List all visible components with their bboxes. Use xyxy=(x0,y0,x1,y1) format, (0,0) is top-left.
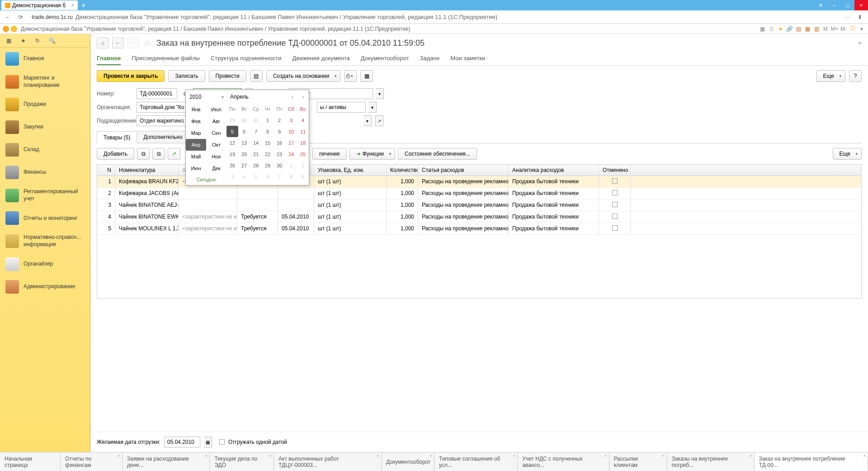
table-row[interactable]: 4Чайник BINATONE EWK-3<характеристики не… xyxy=(97,211,861,223)
calendar-day[interactable]: 4 xyxy=(297,114,309,126)
browser-tab[interactable]: Демонстрационная б × xyxy=(1,0,78,10)
table-more-button[interactable]: Еще xyxy=(833,148,862,160)
calc-icon[interactable]: ▤ xyxy=(795,25,802,33)
forward-button[interactable]: → xyxy=(127,38,139,48)
dropdown-icon[interactable]: ▾ xyxy=(858,25,865,33)
new-tab-button[interactable]: + xyxy=(81,1,85,10)
org-field[interactable] xyxy=(137,102,187,113)
calendar-day[interactable]: 9 xyxy=(274,126,285,137)
calendar-year-selector[interactable]: 2010 xyxy=(186,90,226,104)
calendar-day[interactable]: 25 xyxy=(297,148,309,160)
calendar-icon[interactable]: ▦ xyxy=(804,25,811,33)
calendar-day[interactable]: 20 xyxy=(238,148,250,160)
calendar-month[interactable]: Окт xyxy=(206,139,226,151)
tool-icon[interactable]: ▥ xyxy=(813,25,820,33)
col-expense[interactable]: Статья расходов xyxy=(418,165,509,176)
sidebar-item-warehouse[interactable]: Склад xyxy=(0,138,90,161)
menu-icon[interactable]: ≡ xyxy=(814,0,827,10)
tab-files[interactable]: Присоединенные файлы xyxy=(132,52,200,65)
calendar-day[interactable]: 30 xyxy=(274,160,285,171)
sidebar-item-reference[interactable]: Нормативно-справоч... информация xyxy=(0,229,90,252)
calendar-day[interactable]: 30 xyxy=(238,114,250,126)
calendar-day[interactable]: 15 xyxy=(262,137,274,148)
bottom-tab[interactable]: ×Учет НДС с полученных авансо... xyxy=(518,452,609,471)
add-row-button[interactable]: Добавить xyxy=(97,148,134,160)
sidebar-item-finance[interactable]: Финансы xyxy=(0,161,90,184)
calendar-day[interactable]: 8 xyxy=(262,126,274,137)
m-plus-button[interactable]: M+ xyxy=(831,25,838,33)
minimize-button[interactable]: − xyxy=(827,0,841,10)
print-button[interactable]: ⎙ xyxy=(344,70,357,82)
calendar-day[interactable]: 5 xyxy=(250,171,262,182)
star-icon[interactable]: ★ xyxy=(777,25,784,33)
help-button[interactable]: ? xyxy=(849,70,862,82)
number-field[interactable] xyxy=(137,88,177,99)
ship-date-calendar-button[interactable]: ▦ xyxy=(204,437,212,447)
tab-notes[interactable]: Мои заметки xyxy=(450,52,485,65)
calendar-month[interactable]: Авг xyxy=(206,115,226,127)
bottom-tab[interactable]: ×Отчеты по финансам xyxy=(61,452,123,471)
calendar-day[interactable]: 16 xyxy=(274,137,285,148)
calendar-month[interactable]: Дек xyxy=(206,162,226,174)
sidebar-item-reports[interactable]: Отчеты и мониторинг xyxy=(0,207,90,229)
ship-single-checkbox[interactable] xyxy=(219,439,225,445)
calendar-day[interactable]: 31 xyxy=(250,114,262,126)
calendar-month[interactable]: Май xyxy=(186,151,206,162)
tool-icon[interactable]: 🔗 xyxy=(786,25,793,33)
home-button[interactable]: ⌂ xyxy=(97,38,108,48)
back-button[interactable]: ← xyxy=(4,13,13,22)
post-button[interactable]: Провести xyxy=(209,70,246,82)
nav-forward-icon[interactable]: ▷ xyxy=(843,13,852,22)
download-icon[interactable]: ⬇ xyxy=(855,13,864,22)
calendar-day[interactable]: 6 xyxy=(262,171,274,182)
tab-close-icon[interactable]: × xyxy=(205,453,208,458)
tab-close-icon[interactable]: × xyxy=(118,453,120,458)
tab-close-icon[interactable]: × xyxy=(863,453,866,458)
tab-structure[interactable]: Структура подчиненности xyxy=(211,52,282,65)
calendar-month[interactable]: Фев xyxy=(186,115,206,127)
calendar-day[interactable]: 3 xyxy=(285,114,297,126)
col-analytics[interactable]: Аналитика расходов xyxy=(509,165,599,176)
calendar-day[interactable]: 29 xyxy=(262,160,274,171)
calendar-day[interactable]: 11 xyxy=(297,126,309,137)
bottom-tab[interactable]: ×Заявки на расходование дене... xyxy=(123,452,210,471)
prev-month-button[interactable]: ‹ xyxy=(287,90,298,104)
sidebar-item-main[interactable]: Главное xyxy=(0,48,90,70)
calendar-day[interactable]: 1 xyxy=(262,114,274,126)
col-qty[interactable]: Количество xyxy=(387,165,418,176)
tab-main[interactable]: Главное xyxy=(97,52,121,65)
tool-icon[interactable]: ⎙ xyxy=(768,25,775,33)
calendar-day[interactable]: 21 xyxy=(250,148,262,160)
next-month-button[interactable]: › xyxy=(298,90,309,104)
calendar-day[interactable]: 7 xyxy=(250,126,262,137)
delete-button[interactable]: ⧉ xyxy=(152,148,165,160)
tab-close-icon[interactable]: × xyxy=(513,453,515,458)
bottom-tab[interactable]: ×Текущие дела по ЭДО xyxy=(210,452,274,471)
write-button[interactable]: Записать xyxy=(168,70,205,82)
copy-button[interactable]: ⧉ xyxy=(137,148,150,160)
tab-close-icon[interactable]: × xyxy=(429,453,432,458)
share-button[interactable]: ↗ xyxy=(168,148,180,160)
status-dropdown-button[interactable]: ▾ xyxy=(376,88,384,99)
calendar-day[interactable]: 14 xyxy=(250,137,262,148)
close-document-button[interactable]: × xyxy=(858,39,862,47)
tab-movements[interactable]: Движения документа xyxy=(292,52,349,65)
maximize-button[interactable]: □ xyxy=(841,0,854,10)
tab-close-icon[interactable]: × xyxy=(377,453,379,458)
sidebar-item-purchases[interactable]: Закупки xyxy=(0,116,90,138)
calendar-month[interactable]: Ноя xyxy=(206,151,226,162)
apps-icon[interactable]: ▦ xyxy=(5,37,13,45)
tab-close-icon[interactable]: × xyxy=(71,2,74,9)
calendar-day[interactable]: 5 xyxy=(226,126,238,137)
back-button[interactable]: ← xyxy=(112,38,124,48)
extra-field[interactable] xyxy=(317,102,366,113)
bottom-tab[interactable]: ×Типовые соглашения об усл... xyxy=(434,452,518,471)
calendar-day[interactable]: 4 xyxy=(238,171,250,182)
subtab-goods[interactable]: Товары (5) xyxy=(97,131,137,143)
app-arrow-icon[interactable] xyxy=(11,26,17,32)
tab-tasks[interactable]: Задачи xyxy=(420,52,440,65)
table-row[interactable]: 3Чайник BINATONE AEJ-10шт (1 шт)1,000Рас… xyxy=(97,200,861,211)
reload-button[interactable]: ⟳ xyxy=(16,13,25,22)
col-number[interactable]: N xyxy=(97,165,115,176)
calendar-day[interactable]: 18 xyxy=(297,137,309,148)
